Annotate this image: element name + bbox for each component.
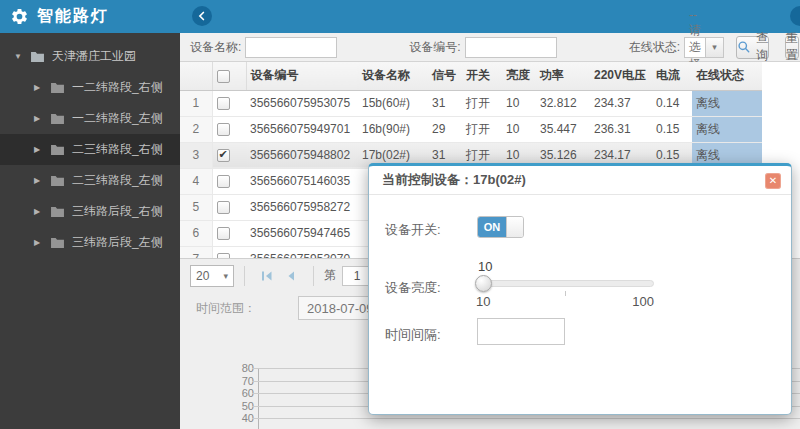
online-status-value: --请选择-- (685, 38, 705, 57)
time-interval-input[interactable] (477, 318, 565, 345)
row-checkbox-cell (212, 116, 246, 142)
dialog-title: 当前控制设备：17b(02#) (382, 171, 526, 189)
app-title: 智能路灯 (37, 6, 109, 27)
filter-toolbar: 设备名称: 设备编号: 在线状态: --请选择-- 查询 重置 (180, 33, 800, 62)
brightness-scale: 10 100 (476, 294, 654, 309)
device-switch-label: 设备开关: (385, 221, 441, 239)
reset-button-label: 重置 (786, 30, 798, 64)
page-size-select[interactable]: 20 (190, 265, 234, 287)
caret-down-icon (14, 53, 23, 61)
divider (244, 266, 245, 286)
folder-icon (50, 113, 65, 125)
prev-page-icon[interactable] (283, 268, 299, 284)
device-code-input[interactable] (465, 37, 557, 58)
reset-button[interactable]: 重置 (785, 36, 799, 59)
divider (313, 266, 314, 286)
chart-y-axis (258, 368, 259, 429)
table-row[interactable]: 135656607595307515b(60#)31打开1032.812234.… (180, 90, 762, 116)
online-status-select[interactable]: --请选择-- (684, 37, 724, 58)
device-brightness-label: 设备亮度: (385, 279, 441, 297)
row-checkbox[interactable] (217, 149, 230, 162)
search-icon (737, 40, 751, 54)
search-button[interactable]: 查询 (736, 36, 769, 59)
cell-name: 16b(90#) (358, 116, 428, 142)
row-checkbox-cell (212, 246, 246, 258)
row-checkbox[interactable] (217, 201, 230, 214)
toggle-on-label: ON (478, 217, 506, 237)
cell-brightness: 10 (502, 90, 536, 116)
search-button-label: 查询 (756, 30, 768, 64)
device-control-dialog: 当前控制设备：17b(02#) 设备开关: ON 设备亮度: 10 10 100… (368, 163, 792, 415)
row-checkbox-cell (212, 220, 246, 246)
chart-ytick-label: 60 (218, 387, 254, 400)
sidebar-item-label: 三纬路后段_左侧 (72, 234, 163, 251)
header-current: 电流 (652, 62, 692, 90)
sidebar-item[interactable]: 二三纬路段_左侧 (0, 165, 180, 196)
close-icon[interactable] (765, 173, 781, 189)
chart-ytick-label: 50 (218, 400, 254, 413)
cell-switch: 打开 (462, 116, 502, 142)
header-signal: 信号 (428, 62, 462, 90)
row-checkbox-cell (212, 194, 246, 220)
folder-icon (50, 206, 65, 218)
folder-icon (50, 237, 65, 249)
topbar-right-button[interactable] (790, 6, 800, 26)
cell-code: 356566075949701 (246, 116, 358, 142)
row-checkbox[interactable] (217, 175, 230, 188)
sidebar-item[interactable]: 三纬路后段_右侧 (0, 196, 180, 227)
cell-code: 356566075146035 (246, 168, 358, 194)
table-row[interactable]: 235656607594970116b(90#)29打开1035.447236.… (180, 116, 762, 142)
header-voltage: 220V电压 (590, 62, 652, 90)
page-size-value: 20 (196, 269, 209, 283)
gear-icon (10, 7, 29, 26)
sidebar-item-label: 三纬路后段_右侧 (72, 203, 163, 220)
cell-code: 356566075958272 (246, 194, 358, 220)
header-device-name: 设备名称 (358, 62, 428, 90)
chart-ytick-label: 70 (218, 375, 254, 388)
collapse-sidebar-button[interactable] (192, 6, 212, 26)
sidebar: 智能路灯 天津潘庄工业园 一二纬路段_右侧一二纬路段_左侧二三纬路段_右侧二三纬… (0, 0, 180, 429)
row-checkbox[interactable] (217, 97, 230, 110)
header-online-status: 在线状态 (692, 62, 762, 90)
caret-right-icon (34, 239, 43, 247)
cell-code: 356566075953070 (246, 246, 358, 258)
sidebar-root-node[interactable]: 天津潘庄工业园 (0, 41, 180, 72)
sidebar-item[interactable]: 一二纬路段_左侧 (0, 103, 180, 134)
row-checkbox[interactable] (217, 123, 230, 136)
row-number: 6 (180, 220, 212, 246)
cell-signal: 31 (428, 90, 462, 116)
slider-handle[interactable] (475, 275, 492, 292)
header-power: 功率 (536, 62, 590, 90)
topbar (180, 0, 800, 33)
chart-gridline (252, 418, 800, 419)
select-all-checkbox[interactable] (217, 70, 230, 83)
cell-current: 0.14 (652, 90, 692, 116)
brightness-max-label: 100 (632, 294, 654, 309)
first-page-icon[interactable] (259, 268, 275, 284)
device-name-input[interactable] (245, 37, 337, 58)
folder-icon (50, 82, 65, 94)
cell-signal: 29 (428, 116, 462, 142)
row-number: 1 (180, 90, 212, 116)
sidebar-item[interactable]: 一二纬路段_右侧 (0, 72, 180, 103)
cell-code: 356566075947465 (246, 220, 358, 246)
sidebar-item-label: 一二纬路段_右侧 (72, 79, 163, 96)
table-header-row: 设备编号 设备名称 信号 开关 亮度 功率 220V电压 电流 在线状态 (180, 62, 762, 90)
cell-status: 离线 (692, 116, 762, 142)
device-code-label: 设备编号: (409, 39, 460, 56)
caret-right-icon (34, 84, 43, 92)
sidebar-item-label: 一二纬路段_左侧 (72, 110, 163, 127)
row-checkbox[interactable] (217, 227, 230, 240)
cell-voltage: 234.37 (590, 90, 652, 116)
brightness-slider[interactable] (476, 280, 654, 287)
chevron-down-icon (705, 38, 723, 57)
device-switch-toggle[interactable]: ON (477, 216, 524, 238)
sidebar-item[interactable]: 二三纬路段_右侧 (0, 134, 180, 165)
sidebar-item[interactable]: 三纬路后段_左侧 (0, 227, 180, 258)
sidebar-tree-children: 一二纬路段_右侧一二纬路段_左侧二三纬路段_右侧二三纬路段_左侧三纬路后段_右侧… (0, 72, 180, 258)
brightness-min-label: 10 (476, 294, 490, 309)
cell-voltage: 236.31 (590, 116, 652, 142)
row-number: 2 (180, 116, 212, 142)
cell-code: 356566075953075 (246, 90, 358, 116)
row-number: 4 (180, 168, 212, 194)
